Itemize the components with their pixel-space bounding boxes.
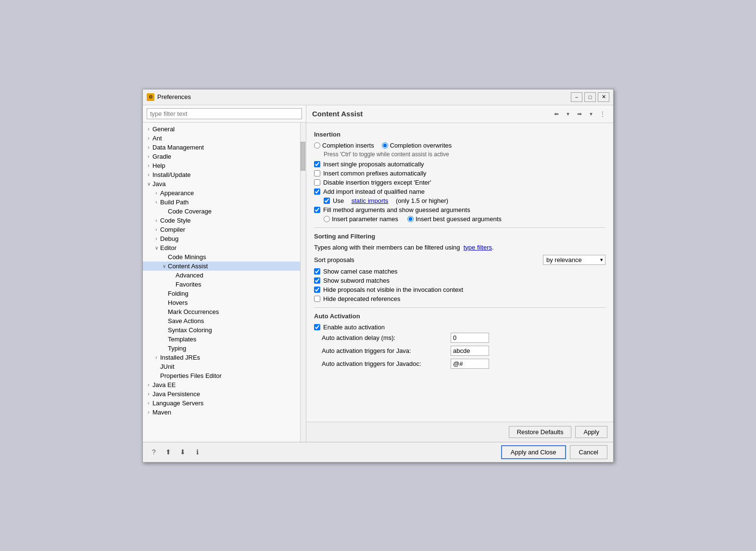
show-subword-row: Show subword matches [314, 277, 605, 284]
cancel-button[interactable]: Cancel [570, 445, 607, 459]
panel-body: Insertion Completion inserts Completion … [306, 123, 613, 422]
tree-arrow-help: › [145, 163, 152, 168]
sidebar-item-compiler[interactable]: ›Compiler [143, 225, 300, 234]
sidebar-item-favorites[interactable]: Favorites [143, 280, 300, 289]
export-icon[interactable]: ⬇ [177, 447, 188, 457]
sidebar-item-ant[interactable]: ›Ant [143, 134, 300, 143]
completion-inserts-label[interactable]: Completion inserts [314, 142, 374, 149]
hide-deprecated-checkbox[interactable] [314, 296, 320, 302]
apply-and-close-button[interactable]: Apply and Close [501, 445, 566, 459]
delay-input[interactable] [451, 333, 489, 343]
add-import-checkbox[interactable] [314, 188, 320, 195]
tree-label-favorites: Favorites [176, 281, 201, 288]
sidebar-item-install-update[interactable]: ›Install/Update [143, 170, 300, 179]
search-input[interactable] [147, 108, 302, 119]
disable-insertion-checkbox[interactable] [314, 179, 320, 186]
sidebar-item-code-coverage[interactable]: Code Coverage [143, 207, 300, 216]
sidebar-item-appearance[interactable]: ›Appearance [143, 188, 300, 198]
insertion-divider [314, 227, 605, 228]
sidebar-item-language-servers[interactable]: ›Language Servers [143, 399, 300, 408]
import-icon[interactable]: ⬆ [163, 447, 174, 457]
menu-button[interactable]: ⋮ [598, 109, 607, 119]
sidebar-item-data-management[interactable]: ›Data Management [143, 143, 300, 152]
sidebar-item-debug[interactable]: ›Debug [143, 234, 300, 243]
sidebar-item-code-style[interactable]: ›Code Style [143, 216, 300, 225]
minimize-button[interactable]: − [571, 92, 582, 102]
tree-label-folding: Folding [168, 290, 189, 297]
tree-arrow-appearance: › [152, 190, 160, 196]
sidebar-item-folding[interactable]: Folding [143, 289, 300, 298]
show-camel-case-label: Show camel case matches [323, 268, 398, 275]
completion-overwrites-radio[interactable] [382, 142, 388, 149]
sidebar-item-hovers[interactable]: Hovers [143, 298, 300, 307]
show-camel-case-checkbox[interactable] [314, 268, 320, 275]
insert-single-label: Insert single proposals automatically [323, 161, 424, 168]
close-button[interactable]: ✕ [598, 92, 609, 102]
sort-proposals-select[interactable]: by relevance alphabetically [543, 255, 605, 265]
tree-arrow-ant: › [145, 136, 152, 141]
tree-label-code-minings: Code Minings [168, 253, 206, 261]
sidebar-item-java-ee[interactable]: ›Java EE [143, 380, 300, 389]
insert-common-checkbox[interactable] [314, 170, 320, 176]
tree-label-code-style: Code Style [160, 217, 191, 224]
tree-arrow-java-ee: › [145, 382, 152, 388]
java-triggers-input[interactable] [451, 346, 489, 356]
fill-method-checkbox[interactable] [314, 207, 320, 213]
javadoc-triggers-input[interactable] [451, 359, 489, 369]
insert-single-checkbox[interactable] [314, 161, 320, 167]
forward-button[interactable]: ➡ [575, 109, 584, 119]
preferences-window: ⚙ Preferences − □ ✕ ›General›Ant›Data Ma… [142, 89, 614, 463]
sidebar-item-advanced[interactable]: Advanced [143, 271, 300, 280]
insert-param-radio[interactable] [324, 216, 330, 222]
right-panel: Content Assist ⬅ ▾ ➡ ▾ ⋮ Insertion Compl… [306, 105, 613, 442]
sidebar-item-gradle[interactable]: ›Gradle [143, 152, 300, 161]
sidebar-item-editor[interactable]: ∨Editor [143, 243, 300, 252]
static-imports-checkbox[interactable] [324, 198, 330, 204]
completion-overwrites-label[interactable]: Completion overwrites [382, 142, 452, 149]
sidebar-item-junit[interactable]: JUnit [143, 362, 300, 371]
tree-label-help: Help [152, 162, 165, 169]
scrollbar-track[interactable] [300, 123, 306, 442]
scrollbar-thumb[interactable] [301, 142, 305, 171]
sidebar-item-typing[interactable]: Typing [143, 344, 300, 353]
disable-insertion-label: Disable insertion triggers except 'Enter… [323, 179, 431, 186]
sidebar-item-java-persistence[interactable]: ›Java Persistence [143, 389, 300, 399]
sidebar-item-mark-occurrences[interactable]: Mark Occurrences [143, 307, 300, 316]
sidebar-item-save-actions[interactable]: Save Actions [143, 316, 300, 326]
sidebar-item-build-path[interactable]: ›Build Path [143, 198, 300, 207]
help-icon[interactable]: ? [149, 447, 159, 457]
forward-dropdown-button[interactable]: ▾ [586, 109, 596, 119]
sidebar-item-syntax-coloring[interactable]: Syntax Coloring [143, 326, 300, 335]
maximize-button[interactable]: □ [584, 92, 596, 102]
dropdown-button[interactable]: ▾ [563, 109, 573, 119]
sidebar-item-installed-jres[interactable]: ›Installed JREs [143, 353, 300, 362]
sidebar-item-help[interactable]: ›Help [143, 161, 300, 170]
completion-inserts-radio[interactable] [314, 142, 320, 149]
sidebar-item-general[interactable]: ›General [143, 125, 300, 134]
back-button[interactable]: ⬅ [552, 109, 561, 119]
fill-method-row: Fill method arguments and show guessed a… [314, 206, 605, 213]
panel-toolbar: ⬅ ▾ ➡ ▾ ⋮ [552, 109, 607, 119]
enable-auto-activation-checkbox[interactable] [314, 324, 320, 330]
restore-defaults-button[interactable]: Restore Defaults [509, 426, 572, 438]
type-filters-link[interactable]: type filters [464, 244, 492, 251]
static-imports-link[interactable]: static imports [352, 197, 389, 204]
sidebar-item-maven[interactable]: ›Maven [143, 408, 300, 417]
show-subword-label: Show subword matches [323, 277, 390, 284]
apply-button[interactable]: Apply [575, 426, 607, 438]
type-filters-description: Types along with their members can be fi… [314, 244, 460, 251]
sidebar-item-templates[interactable]: Templates [143, 335, 300, 344]
insert-best-radio[interactable] [407, 216, 414, 222]
panel-title: Content Assist [312, 110, 363, 118]
info-icon[interactable]: ℹ [192, 447, 202, 457]
hide-deprecated-label: Hide deprecated references [323, 295, 400, 302]
sort-proposals-label: Sort proposals [314, 256, 354, 263]
tree-arrow-java: ∨ [145, 181, 152, 187]
tree-label-syntax-coloring: Syntax Coloring [168, 326, 212, 334]
show-subword-checkbox[interactable] [314, 277, 320, 284]
sidebar-item-content-assist[interactable]: ∨Content Assist [143, 262, 300, 271]
sidebar-item-code-minings[interactable]: Code Minings [143, 252, 300, 262]
sidebar-item-properties-files-editor[interactable]: Properties Files Editor [143, 371, 300, 380]
hide-not-visible-checkbox[interactable] [314, 287, 320, 293]
sidebar-item-java[interactable]: ∨Java [143, 179, 300, 188]
